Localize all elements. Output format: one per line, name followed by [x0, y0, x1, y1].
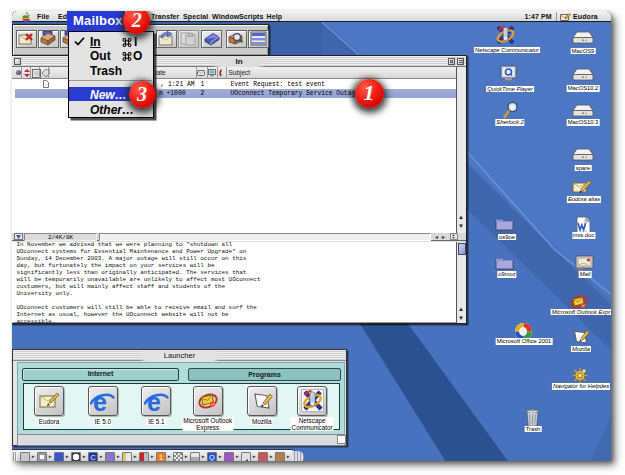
svg-text:e: e: [147, 389, 161, 413]
svg-text:e: e: [93, 389, 107, 413]
